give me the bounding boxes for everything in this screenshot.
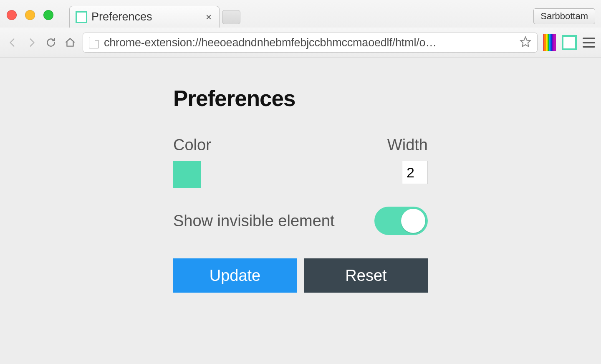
- bookmark-button[interactable]: [520, 36, 531, 49]
- back-button[interactable]: [6, 36, 19, 49]
- tab-title: Preferences: [91, 10, 152, 23]
- width-input[interactable]: [402, 161, 428, 184]
- reload-button[interactable]: [44, 36, 58, 49]
- extension-focus-icon[interactable]: [562, 35, 577, 50]
- home-button[interactable]: [63, 36, 77, 49]
- row-color-width: Color Width: [173, 136, 428, 188]
- tab-strip: Preferences ×: [69, 6, 240, 28]
- page-title: Preferences: [173, 86, 428, 111]
- show-invisible-toggle[interactable]: [374, 207, 428, 235]
- reset-button[interactable]: Reset: [304, 258, 428, 293]
- profile-name: Sarbbottam: [540, 11, 588, 22]
- url-text: chrome-extension://heeoeadndnhebmfebjccb…: [104, 36, 515, 49]
- maximize-window-button[interactable]: [43, 10, 53, 20]
- color-field: Color: [173, 136, 211, 188]
- row-show-invisible: Show invisible element: [173, 207, 428, 235]
- show-invisible-label: Show invisible element: [173, 212, 335, 230]
- favicon-icon: [76, 11, 87, 23]
- extension-rainbow-icon[interactable]: [543, 34, 556, 51]
- profile-button[interactable]: Sarbbottam: [533, 8, 595, 24]
- update-button[interactable]: Update: [173, 258, 297, 293]
- menu-button[interactable]: [583, 38, 595, 48]
- titlebar: Preferences × Sarbbottam: [0, 0, 601, 28]
- browser-tab[interactable]: Preferences ×: [69, 6, 220, 28]
- svg-marker-0: [520, 37, 530, 46]
- preferences-panel: Preferences Color Width Show invisible e…: [173, 86, 428, 293]
- close-window-button[interactable]: [7, 10, 17, 20]
- page-icon: [89, 37, 99, 48]
- width-field: Width: [387, 136, 428, 184]
- forward-button[interactable]: [25, 36, 38, 49]
- color-swatch[interactable]: [173, 161, 201, 188]
- minimize-window-button[interactable]: [25, 10, 35, 20]
- color-label: Color: [173, 136, 211, 154]
- address-bar[interactable]: chrome-extension://heeoeadndnhebmfebjccb…: [83, 33, 538, 53]
- toggle-knob: [401, 209, 425, 233]
- toolbar: chrome-extension://heeoeadndnhebmfebjccb…: [0, 28, 601, 58]
- close-tab-button[interactable]: ×: [206, 12, 212, 22]
- page: Preferences Color Width Show invisible e…: [0, 58, 601, 364]
- button-row: Update Reset: [173, 258, 428, 293]
- window-controls: [7, 10, 53, 20]
- width-label: Width: [387, 136, 428, 154]
- browser-chrome: Preferences × Sarbbottam chrome-extensio…: [0, 0, 601, 58]
- new-tab-button[interactable]: [222, 10, 240, 24]
